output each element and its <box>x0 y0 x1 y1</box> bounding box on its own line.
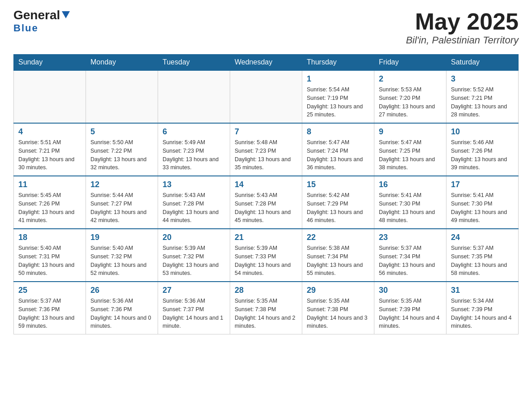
calendar-cell: 16Sunrise: 5:41 AM Sunset: 7:30 PM Dayli… <box>374 176 446 229</box>
calendar-cell: 27Sunrise: 5:36 AM Sunset: 7:37 PM Dayli… <box>158 282 230 334</box>
calendar-cell <box>86 70 158 123</box>
day-info: Sunrise: 5:41 AM Sunset: 7:30 PM Dayligh… <box>451 191 514 225</box>
calendar-cell: 5Sunrise: 5:50 AM Sunset: 7:22 PM Daylig… <box>86 123 158 176</box>
day-number: 9 <box>379 127 442 137</box>
day-info: Sunrise: 5:49 AM Sunset: 7:23 PM Dayligh… <box>163 138 225 172</box>
calendar-cell: 10Sunrise: 5:46 AM Sunset: 7:26 PM Dayli… <box>446 123 519 176</box>
day-info: Sunrise: 5:42 AM Sunset: 7:29 PM Dayligh… <box>307 191 369 225</box>
col-header-tuesday: Tuesday <box>158 55 230 71</box>
day-number: 7 <box>235 127 297 137</box>
title-area: May 2025 Bil'in, Palestinian Territory <box>406 9 519 46</box>
day-number: 4 <box>18 127 81 137</box>
day-info: Sunrise: 5:53 AM Sunset: 7:20 PM Dayligh… <box>379 86 442 119</box>
calendar-cell: 17Sunrise: 5:41 AM Sunset: 7:30 PM Dayli… <box>446 176 519 229</box>
calendar-header-row: SundayMondayTuesdayWednesdayThursdayFrid… <box>14 55 519 71</box>
week-row-4: 18Sunrise: 5:40 AM Sunset: 7:31 PM Dayli… <box>14 229 519 282</box>
day-number: 21 <box>235 233 297 242</box>
location-subtitle: Bil'in, Palestinian Territory <box>406 34 519 46</box>
day-info: Sunrise: 5:47 AM Sunset: 7:24 PM Dayligh… <box>307 138 369 172</box>
day-number: 23 <box>379 233 442 242</box>
day-info: Sunrise: 5:43 AM Sunset: 7:28 PM Dayligh… <box>163 191 225 225</box>
col-header-saturday: Saturday <box>446 55 519 71</box>
page-header: General Blue May 2025 Bil'in, Palestinia… <box>13 9 519 46</box>
day-info: Sunrise: 5:43 AM Sunset: 7:28 PM Dayligh… <box>235 191 297 225</box>
calendar-cell: 22Sunrise: 5:38 AM Sunset: 7:34 PM Dayli… <box>302 229 374 282</box>
calendar-cell: 18Sunrise: 5:40 AM Sunset: 7:31 PM Dayli… <box>14 229 86 282</box>
calendar-cell: 1Sunrise: 5:54 AM Sunset: 7:19 PM Daylig… <box>302 70 374 123</box>
week-row-3: 11Sunrise: 5:45 AM Sunset: 7:26 PM Dayli… <box>14 176 519 229</box>
day-info: Sunrise: 5:35 AM Sunset: 7:38 PM Dayligh… <box>307 297 369 330</box>
day-info: Sunrise: 5:40 AM Sunset: 7:31 PM Dayligh… <box>18 244 81 278</box>
day-info: Sunrise: 5:35 AM Sunset: 7:38 PM Dayligh… <box>235 297 297 330</box>
day-number: 30 <box>379 286 442 295</box>
col-header-monday: Monday <box>86 55 158 71</box>
calendar-cell: 28Sunrise: 5:35 AM Sunset: 7:38 PM Dayli… <box>230 282 302 334</box>
logo-arrow-icon <box>61 9 71 19</box>
day-info: Sunrise: 5:44 AM Sunset: 7:27 PM Dayligh… <box>90 191 153 225</box>
day-info: Sunrise: 5:45 AM Sunset: 7:26 PM Dayligh… <box>18 191 81 225</box>
col-header-sunday: Sunday <box>14 55 86 71</box>
calendar-cell: 3Sunrise: 5:52 AM Sunset: 7:21 PM Daylig… <box>446 70 519 123</box>
day-number: 17 <box>451 180 514 189</box>
calendar-cell: 6Sunrise: 5:49 AM Sunset: 7:23 PM Daylig… <box>158 123 230 176</box>
day-number: 14 <box>235 180 297 189</box>
calendar-cell: 4Sunrise: 5:51 AM Sunset: 7:21 PM Daylig… <box>14 123 86 176</box>
day-number: 12 <box>90 180 153 189</box>
day-info: Sunrise: 5:36 AM Sunset: 7:37 PM Dayligh… <box>163 297 225 330</box>
calendar-cell <box>230 70 302 123</box>
calendar-cell: 8Sunrise: 5:47 AM Sunset: 7:24 PM Daylig… <box>302 123 374 176</box>
calendar-cell: 11Sunrise: 5:45 AM Sunset: 7:26 PM Dayli… <box>14 176 86 229</box>
day-number: 28 <box>235 286 297 295</box>
day-info: Sunrise: 5:50 AM Sunset: 7:22 PM Dayligh… <box>90 138 153 172</box>
calendar-cell: 30Sunrise: 5:35 AM Sunset: 7:39 PM Dayli… <box>374 282 446 334</box>
col-header-thursday: Thursday <box>302 55 374 71</box>
calendar-cell: 13Sunrise: 5:43 AM Sunset: 7:28 PM Dayli… <box>158 176 230 229</box>
calendar-cell <box>158 70 230 123</box>
day-info: Sunrise: 5:35 AM Sunset: 7:39 PM Dayligh… <box>379 297 442 330</box>
month-title: May 2025 <box>406 9 519 34</box>
col-header-friday: Friday <box>374 55 446 71</box>
calendar-cell: 15Sunrise: 5:42 AM Sunset: 7:29 PM Dayli… <box>302 176 374 229</box>
day-number: 24 <box>451 233 514 242</box>
day-number: 8 <box>307 127 369 137</box>
day-number: 31 <box>451 286 514 295</box>
week-row-2: 4Sunrise: 5:51 AM Sunset: 7:21 PM Daylig… <box>14 123 519 176</box>
calendar-cell: 25Sunrise: 5:37 AM Sunset: 7:36 PM Dayli… <box>14 282 86 334</box>
day-number: 25 <box>18 286 81 295</box>
calendar-cell: 2Sunrise: 5:53 AM Sunset: 7:20 PM Daylig… <box>374 70 446 123</box>
calendar-cell: 26Sunrise: 5:36 AM Sunset: 7:36 PM Dayli… <box>86 282 158 334</box>
calendar-cell: 24Sunrise: 5:37 AM Sunset: 7:35 PM Dayli… <box>446 229 519 282</box>
day-number: 16 <box>379 180 442 189</box>
calendar-cell: 29Sunrise: 5:35 AM Sunset: 7:38 PM Dayli… <box>302 282 374 334</box>
day-number: 26 <box>90 286 153 295</box>
calendar-cell: 23Sunrise: 5:37 AM Sunset: 7:34 PM Dayli… <box>374 229 446 282</box>
day-number: 18 <box>18 233 81 242</box>
day-number: 6 <box>163 127 225 137</box>
day-info: Sunrise: 5:52 AM Sunset: 7:21 PM Dayligh… <box>451 86 514 119</box>
logo-text-general: General <box>13 9 60 21</box>
day-info: Sunrise: 5:38 AM Sunset: 7:34 PM Dayligh… <box>307 244 369 278</box>
calendar-cell: 19Sunrise: 5:40 AM Sunset: 7:32 PM Dayli… <box>86 229 158 282</box>
col-header-wednesday: Wednesday <box>230 55 302 71</box>
calendar-cell: 31Sunrise: 5:34 AM Sunset: 7:39 PM Dayli… <box>446 282 519 334</box>
calendar-cell <box>14 70 86 123</box>
day-number: 11 <box>18 180 81 189</box>
calendar-table: SundayMondayTuesdayWednesdayThursdayFrid… <box>13 54 519 334</box>
day-info: Sunrise: 5:39 AM Sunset: 7:33 PM Dayligh… <box>235 244 297 278</box>
day-info: Sunrise: 5:47 AM Sunset: 7:25 PM Dayligh… <box>379 138 442 172</box>
calendar-cell: 20Sunrise: 5:39 AM Sunset: 7:32 PM Dayli… <box>158 229 230 282</box>
day-number: 13 <box>163 180 225 189</box>
day-info: Sunrise: 5:36 AM Sunset: 7:36 PM Dayligh… <box>90 297 153 330</box>
calendar-cell: 7Sunrise: 5:48 AM Sunset: 7:23 PM Daylig… <box>230 123 302 176</box>
day-info: Sunrise: 5:41 AM Sunset: 7:30 PM Dayligh… <box>379 191 442 225</box>
day-number: 1 <box>307 74 369 84</box>
day-number: 22 <box>307 233 369 242</box>
day-info: Sunrise: 5:37 AM Sunset: 7:36 PM Dayligh… <box>18 297 81 330</box>
day-info: Sunrise: 5:48 AM Sunset: 7:23 PM Dayligh… <box>235 138 297 172</box>
week-row-5: 25Sunrise: 5:37 AM Sunset: 7:36 PM Dayli… <box>14 282 519 334</box>
day-info: Sunrise: 5:40 AM Sunset: 7:32 PM Dayligh… <box>90 244 153 278</box>
calendar-cell: 9Sunrise: 5:47 AM Sunset: 7:25 PM Daylig… <box>374 123 446 176</box>
day-number: 5 <box>90 127 153 137</box>
calendar-cell: 12Sunrise: 5:44 AM Sunset: 7:27 PM Dayli… <box>86 176 158 229</box>
day-info: Sunrise: 5:34 AM Sunset: 7:39 PM Dayligh… <box>451 297 514 330</box>
